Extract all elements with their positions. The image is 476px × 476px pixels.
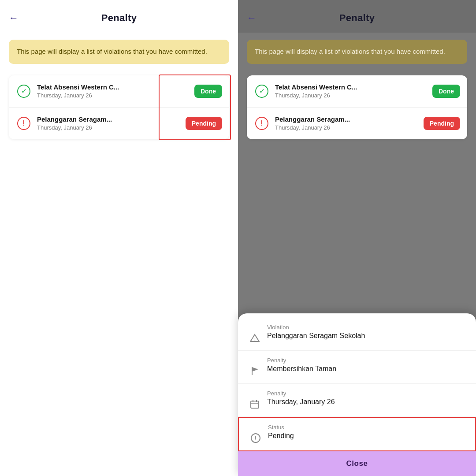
modal-row-penalty-task: Penalty Membersihkan Taman — [238, 351, 476, 384]
right-page-title: Penalty — [339, 12, 375, 24]
modal-violation-label: Violation — [267, 324, 465, 331]
right-violation-info-1: Telat Absensi Western C... Thursday, Jan… — [275, 83, 428, 99]
right-violation-name-2: Pelanggaran Seragam... — [275, 115, 419, 123]
modal-row-status: ! Status Pending — [238, 417, 476, 451]
modal-penalty-task-label: Penalty — [267, 357, 465, 364]
modal-penalty-date-field: Penalty Thursday, January 26 — [267, 390, 465, 406]
right-panel: ← Penalty This page will display a list … — [238, 0, 476, 476]
right-check-icon-1: ✓ — [254, 83, 270, 99]
right-violation-name-1: Telat Absensi Western C... — [275, 83, 428, 91]
modal-violation-field: Violation Pelanggaran Seragam Sekolah — [267, 324, 465, 340]
modal-penalty-date-value: Thursday, January 26 — [267, 398, 465, 406]
left-header: ← Penalty — [0, 0, 238, 33]
modal-penalty-task-field: Penalty Membersihkan Taman — [267, 357, 465, 373]
right-violation-item-1[interactable]: ✓ Telat Absensi Western C... Thursday, J… — [247, 75, 467, 108]
left-violation-info-1: Telat Absensi Western C... Thursday, Jan… — [37, 83, 190, 99]
left-back-button[interactable]: ← — [9, 12, 19, 24]
modal-status-value: Pending — [268, 432, 465, 440]
right-violation-date-2: Thursday, January 26 — [275, 124, 419, 131]
calendar-icon — [249, 398, 261, 410]
right-back-button[interactable]: ← — [247, 12, 257, 24]
warning-icon-2: ! — [16, 115, 32, 131]
left-pending-badge-2[interactable]: Pending — [186, 117, 222, 130]
left-violation-item-2[interactable]: ! Pelanggaran Seragam... Thursday, Janua… — [9, 108, 229, 139]
modal-overlay: ! Violation Pelanggaran Seragam Sekolah — [238, 313, 476, 476]
left-violation-item-1[interactable]: ✓ Telat Absensi Western C... Thursday, J… — [9, 75, 229, 108]
modal-status-label: Status — [268, 424, 465, 431]
right-violation-info-2: Pelanggaran Seragam... Thursday, January… — [275, 115, 419, 131]
left-violation-date-1: Thursday, January 26 — [37, 92, 190, 99]
svg-text:!: ! — [254, 337, 256, 342]
modal-close-button[interactable]: Close — [238, 451, 476, 476]
modal-row-violation: ! Violation Pelanggaran Seragam Sekolah — [238, 318, 476, 351]
modal-row-penalty-date: Penalty Thursday, January 26 — [238, 384, 476, 417]
right-info-box: This page will display a list of violati… — [247, 40, 467, 64]
left-violation-name-1: Telat Absensi Western C... — [37, 83, 190, 91]
triangle-warning-icon: ! — [249, 332, 261, 344]
right-violation-item-2[interactable]: ! Pelanggaran Seragam... Thursday, Janua… — [247, 108, 467, 139]
status-circle-icon: ! — [249, 432, 262, 444]
left-violation-date-2: Thursday, January 26 — [37, 124, 181, 131]
svg-marker-3 — [252, 367, 258, 372]
left-page-title: Penalty — [101, 12, 137, 24]
right-header: ← Penalty — [238, 0, 476, 33]
modal-status-field: Status Pending — [268, 424, 465, 440]
right-warning-icon-2: ! — [254, 115, 270, 131]
modal-content: ! Violation Pelanggaran Seragam Sekolah — [238, 313, 476, 476]
left-violations-wrapper: ✓ Telat Absensi Western C... Thursday, J… — [9, 75, 229, 139]
flag-icon — [249, 365, 261, 377]
right-violation-date-1: Thursday, January 26 — [275, 92, 428, 99]
modal-penalty-date-label: Penalty — [267, 390, 465, 397]
left-done-badge-1[interactable]: Done — [194, 85, 222, 98]
left-violations-list: ✓ Telat Absensi Western C... Thursday, J… — [9, 75, 229, 139]
left-info-box: This page will display a list of violati… — [9, 40, 229, 64]
modal-penalty-task-value: Membersihkan Taman — [267, 365, 465, 373]
right-violations-list: ✓ Telat Absensi Western C... Thursday, J… — [247, 75, 467, 139]
svg-rect-4 — [251, 401, 259, 408]
check-icon-1: ✓ — [16, 83, 32, 99]
left-violation-info-2: Pelanggaran Seragam... Thursday, January… — [37, 115, 181, 131]
left-violation-name-2: Pelanggaran Seragam... — [37, 115, 181, 123]
left-panel: ← Penalty This page will display a list … — [0, 0, 238, 476]
right-done-badge-1[interactable]: Done — [432, 85, 460, 98]
right-pending-badge-2[interactable]: Pending — [424, 117, 460, 130]
modal-violation-value: Pelanggaran Seragam Sekolah — [267, 332, 465, 340]
